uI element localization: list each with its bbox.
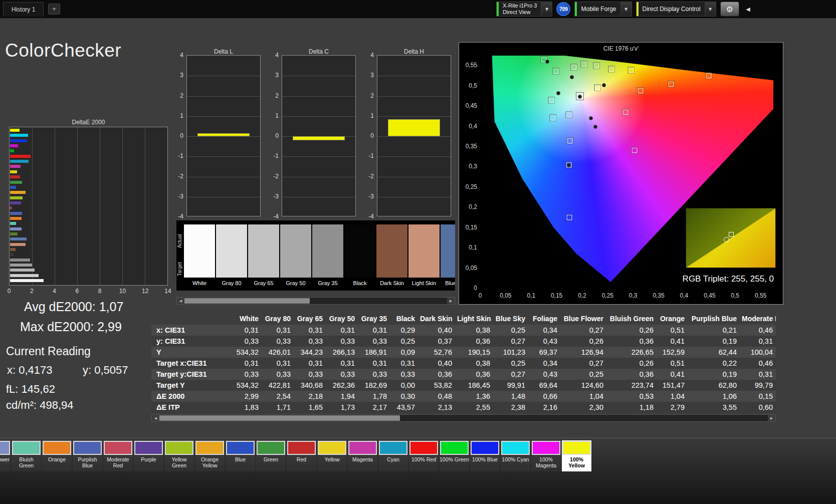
history-tab[interactable]: History 1 bbox=[3, 2, 44, 17]
delta-c-gridline bbox=[282, 76, 355, 76]
table-cell: 99,79 bbox=[742, 381, 776, 389]
cie-target-point bbox=[638, 88, 644, 93]
patch-button-orange-yellow[interactable]: Orange Yellow bbox=[195, 440, 225, 471]
avg-de2000-stat: Avg dE2000: 1,07 bbox=[24, 300, 123, 314]
table-scroll-thumb[interactable] bbox=[159, 415, 400, 421]
cie-ytick: 0,25 bbox=[459, 183, 477, 190]
table-cell: 0,33 bbox=[328, 337, 360, 345]
table-cell: 2,55 bbox=[457, 403, 495, 411]
patch-button-100-cyan[interactable]: 100% Cyan bbox=[501, 440, 530, 471]
collapse-panel-icon[interactable]: ◀ bbox=[743, 2, 753, 17]
patch-button-red[interactable]: Red bbox=[287, 440, 316, 471]
patch-strip-scrollbar[interactable]: ◀ ▶ bbox=[176, 297, 455, 305]
patch-button-orange[interactable]: Orange bbox=[42, 440, 72, 471]
patch-label: Light Skin bbox=[408, 278, 440, 288]
patch-scroll-thumb[interactable] bbox=[184, 298, 310, 304]
table-cell: 0,34 bbox=[530, 359, 562, 367]
delta-c-gridline bbox=[282, 177, 355, 177]
scroll-left-icon[interactable]: ◀ bbox=[177, 298, 184, 304]
patch-swatch bbox=[184, 224, 215, 278]
add-tab-button[interactable]: + bbox=[48, 4, 60, 15]
patch-button-label: Bluish Green bbox=[12, 455, 41, 468]
chevron-down-icon[interactable]: ▼ bbox=[620, 2, 632, 16]
table-cell: 0,00 bbox=[392, 381, 420, 389]
table-cell: 0,27 bbox=[562, 359, 608, 367]
chevron-down-icon[interactable]: ▼ bbox=[541, 2, 552, 16]
patch-button-100-blue[interactable]: 100% Blue bbox=[470, 440, 500, 471]
table-cell: 226,65 bbox=[608, 348, 659, 356]
patch-swatch bbox=[248, 224, 279, 278]
table-scrollbar[interactable]: ◀ ▶ bbox=[151, 414, 776, 422]
deltae-bar bbox=[10, 170, 17, 173]
patch-label: Gray 65 bbox=[248, 278, 279, 288]
table-cell: 0,27 bbox=[495, 337, 530, 345]
cie-ytick: 0,3 bbox=[459, 163, 477, 170]
scroll-right-icon[interactable]: ▶ bbox=[768, 415, 775, 421]
display-control-dropdown[interactable]: Direct Display Control ▼ bbox=[636, 2, 716, 17]
patch-swatch bbox=[216, 224, 247, 278]
settings-button[interactable]: ⚙ bbox=[720, 2, 739, 17]
cie-target-point bbox=[632, 148, 638, 153]
patch-button-magenta[interactable]: Magenta bbox=[348, 440, 377, 471]
cie-xtick: 0,5 bbox=[731, 292, 739, 299]
table-cell: 0,31 bbox=[360, 359, 392, 367]
patch-button-yellow[interactable]: Yellow bbox=[317, 440, 347, 471]
delta-h-gridline bbox=[377, 96, 451, 97]
delta-h-ytick: -1 bbox=[364, 152, 374, 159]
patch-button-moderate-red[interactable]: Moderate Red bbox=[103, 440, 133, 471]
patch-button-label: Green bbox=[256, 455, 286, 462]
cie-target-point bbox=[629, 68, 634, 73]
patch-button-100-yellow[interactable]: 100% Yellow bbox=[562, 440, 591, 471]
delta-l-ytick: 3 bbox=[173, 72, 183, 79]
gear-icon: ⚙ bbox=[726, 5, 733, 14]
table-cell: 0,29 bbox=[392, 326, 420, 334]
patch-label: Blue Sky bbox=[441, 278, 455, 288]
deltae-bar bbox=[10, 165, 21, 168]
table-row-label: Target Y bbox=[151, 381, 232, 389]
delta-l-ytick: -3 bbox=[173, 193, 183, 200]
deltae-xtick: 10 bbox=[119, 288, 126, 295]
delta-c-gridline bbox=[282, 156, 355, 157]
table-cell: 0,33 bbox=[392, 370, 420, 378]
patch-button-swatch bbox=[562, 441, 591, 455]
chevron-down-icon[interactable]: ▼ bbox=[705, 2, 716, 16]
measurement-table: WhiteGray 80Gray 65Gray 50Gray 35BlackDa… bbox=[151, 313, 776, 414]
table-cell: 0,34 bbox=[530, 326, 562, 334]
patch-button-blue[interactable]: Blue bbox=[226, 440, 255, 471]
patch-button-100-green[interactable]: 100% Green bbox=[440, 440, 469, 471]
patch-button-100-red[interactable]: 100% Red bbox=[409, 440, 439, 471]
cie-xtick: 0,15 bbox=[551, 292, 562, 299]
scroll-left-icon[interactable]: ◀ bbox=[152, 415, 159, 421]
table-cell: 426,01 bbox=[264, 348, 296, 356]
patch-button-green[interactable]: Green bbox=[256, 440, 286, 471]
patch-button-label: Magenta bbox=[348, 455, 377, 462]
deltae-bar bbox=[10, 196, 23, 199]
delta-l-ytick: 1 bbox=[173, 112, 183, 119]
patch-button-bluish-green[interactable]: Bluish Green bbox=[12, 440, 41, 471]
table-cell: 0,30 bbox=[392, 392, 420, 400]
patch-button-purple[interactable]: Purple bbox=[134, 440, 163, 471]
cie-xtick: 0,45 bbox=[704, 292, 715, 299]
table-header-row: WhiteGray 80Gray 65Gray 50Gray 35BlackDa… bbox=[151, 313, 776, 325]
source-dropdown[interactable]: Mobile Forge ▼ bbox=[574, 2, 632, 17]
patch-button-label: 100% Red bbox=[409, 455, 439, 462]
table-cell: 2,79 bbox=[659, 403, 690, 411]
cie-measured-point bbox=[602, 83, 606, 87]
table-cell: 1,83 bbox=[232, 403, 264, 411]
patch-button-purplish-blue[interactable]: Purplish Blue bbox=[73, 440, 102, 471]
target-709-badge[interactable]: 709 bbox=[556, 2, 570, 16]
patch-button-yellow-green[interactable]: Yellow Green bbox=[164, 440, 194, 471]
patch-button-swatch bbox=[134, 441, 163, 455]
patch-button-blue-flower[interactable]: Blue Flower bbox=[0, 440, 11, 471]
table-cell: 422,81 bbox=[264, 381, 296, 389]
scroll-right-icon[interactable]: ▶ bbox=[447, 298, 455, 304]
patch-button-swatch bbox=[226, 441, 255, 455]
deltae-bar bbox=[10, 237, 27, 240]
table-cell: 0,31 bbox=[232, 326, 264, 334]
patch-button-cyan[interactable]: Cyan bbox=[378, 440, 408, 471]
patch-button-100-magenta[interactable]: 100% Magenta bbox=[531, 440, 561, 471]
cie-ytick: 0 bbox=[459, 285, 477, 292]
cie-target-point bbox=[609, 66, 614, 72]
table-cell: 0,09 bbox=[392, 348, 420, 356]
meter-dropdown[interactable]: X-Rite i1Pro 3 Direct View ▼ bbox=[496, 2, 552, 17]
